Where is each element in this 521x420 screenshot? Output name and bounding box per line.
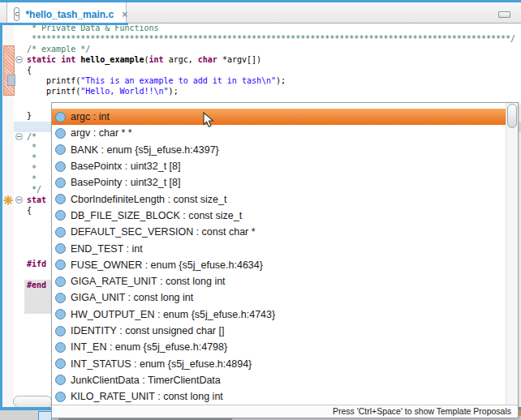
proposal-item[interactable]: END_TEST : int [52, 240, 506, 256]
proposal-item[interactable]: argv : char * * [52, 125, 506, 141]
tab-title: *hello_tash_main.c [25, 9, 114, 20]
minimize-view-icon[interactable] [498, 11, 510, 18]
code-line: */ [27, 184, 41, 195]
proposal-label: BasePointy : uint32_t [8] [71, 177, 181, 188]
mouse-cursor [203, 112, 215, 132]
field-proposal-icon [55, 259, 66, 270]
code-line: * [27, 142, 37, 152]
proposal-item[interactable]: BasePointy : uint32_t [8] [52, 174, 506, 191]
code-line: #ifd [27, 259, 46, 269]
close-icon[interactable]: × [122, 9, 127, 20]
proposal-item[interactable]: GIGA_RATE_UNIT : const long int [52, 273, 506, 289]
code-line: { [27, 205, 32, 216]
lower-panel-button [38, 411, 52, 420]
field-proposal-icon [55, 375, 66, 385]
eclipse-editor-window: c *hello_tash_main.c × [0, 0, 521, 420]
field-proposal-icon [55, 128, 66, 139]
proposal-item[interactable]: argc : int [52, 109, 506, 125]
annotation-ruler [2, 25, 14, 407]
code-line: ****************************************… [27, 33, 515, 44]
proposal-label: BasePointx : uint32_t [8] [71, 161, 181, 172]
horizontal-scrollbar-thumb[interactable] [13, 396, 52, 407]
proposal-item[interactable]: INT_STATUS : enum {s5j_efuse.h:4894} [52, 355, 506, 371]
c-file-icon: c [14, 7, 19, 21]
proposal-label: DB_FILE_SIZE_BLOCK : const size_t [71, 210, 242, 221]
proposal-label: KILO_RATE_UNIT : const long int [71, 391, 223, 402]
proposal-list: argc : int argv : char * * BANK : enum {… [52, 103, 506, 405]
field-proposal-icon [55, 194, 66, 204]
popup-scrollbar[interactable] [506, 103, 518, 405]
proposal-label: GIGA_UNIT : const long int [71, 292, 193, 303]
active-part-left-border [0, 25, 2, 410]
proposal-item[interactable]: BasePointx : uint32_t [8] [52, 158, 506, 174]
field-proposal-icon [55, 342, 66, 353]
proposal-item[interactable]: CborIndefiniteLength : const size_t [52, 191, 506, 207]
proposal-item[interactable]: IDENTITY : const unsigned char [] [52, 323, 506, 339]
proposal-label: HW_OUTPUT_EN : enum {s5j_efuse.h:4743} [71, 309, 275, 320]
code-line: static int hello_example(int argc, char … [27, 54, 261, 65]
field-proposal-icon [55, 276, 66, 287]
field-proposal-icon [55, 112, 66, 122]
field-proposal-icon [55, 227, 66, 238]
proposal-label: END_TEST : int [71, 243, 143, 255]
proposal-item[interactable]: DEFAULT_SEC_VERSION : const char * [52, 224, 506, 240]
code-line: { [27, 65, 32, 75]
code-line: /* example */ [27, 44, 90, 54]
popup-scrollbar-thumb[interactable] [507, 104, 517, 128]
proposal-item[interactable]: FUSE_OWNER : enum {s5j_efuse.h:4634} [52, 257, 506, 273]
code-line: } [27, 110, 32, 121]
proposal-item[interactable]: BANK : enum {s5j_efuse.h:4397} [52, 142, 506, 158]
code-line: printf("This is an example to add it in … [27, 75, 286, 86]
field-proposal-icon [55, 243, 66, 254]
field-proposal-icon [55, 326, 66, 336]
proposal-label: INT_EN : enum {s5j_efuse.h:4798} [71, 341, 227, 353]
occurrence-marker [7, 75, 15, 86]
field-proposal-icon [55, 178, 66, 188]
change-marker [3, 45, 15, 96]
proposal-label: FUSE_OWNER : enum {s5j_efuse.h:4634} [71, 259, 263, 271]
code-line: printf("Hello, World!!\n"); [27, 86, 179, 96]
field-proposal-icon [55, 293, 66, 303]
proposal-item[interactable]: INT_EN : enum {s5j_efuse.h:4798} [52, 339, 506, 355]
proposal-label: argv : char * * [71, 127, 132, 139]
proposal-label: JunkClientData : TimerClientData [71, 375, 221, 386]
field-proposal-icon [55, 161, 66, 172]
code-line: stat [27, 195, 46, 205]
field-proposal-icon [55, 309, 66, 319]
proposal-label: GIGA_RATE_UNIT : const long int [71, 276, 226, 287]
proposal-item[interactable]: JunkClientData : TimerClientData [52, 372, 506, 388]
code-line: /* [27, 131, 37, 142]
code-line: * [27, 163, 37, 174]
code-line: * [27, 152, 37, 163]
field-proposal-icon [55, 210, 66, 221]
field-proposal-icon [55, 392, 66, 402]
proposal-label: DEFAULT_SEC_VERSION : const char * [71, 226, 256, 238]
code-line: * Private Data & Functions [27, 25, 159, 33]
fold-collapse-icon[interactable] [15, 196, 23, 204]
code-line: #end [27, 280, 46, 290]
field-proposal-icon [55, 144, 66, 155]
proposal-label: INT_STATUS : enum {s5j_efuse.h:4894} [71, 358, 252, 370]
proposal-item[interactable]: GIGA_UNIT : const long int [52, 289, 506, 306]
proposal-item[interactable]: HW_OUTPUT_EN : enum {s5j_efuse.h:4743} [52, 306, 506, 323]
fold-collapse-icon[interactable] [15, 56, 23, 63]
editor-tab-bar: c *hello_tash_main.c × [0, 2, 521, 24]
proposal-label: IDENTITY : const unsigned char [] [71, 325, 224, 336]
proposal-item[interactable]: KILO_RATE_UNIT : const long int [52, 388, 506, 405]
proposal-label: argc : int [71, 111, 110, 122]
popup-footer-hint: Press 'Ctrl+Space' to show Template Prop… [52, 405, 518, 418]
fold-collapse-icon[interactable] [15, 133, 23, 140]
field-proposal-icon [55, 358, 66, 369]
warning-marker-icon[interactable] [3, 194, 13, 204]
proposal-label: BANK : enum {s5j_efuse.h:4397} [71, 144, 219, 156]
proposal-label: CborIndefiniteLength : const size_t [71, 194, 226, 205]
proposal-item[interactable]: DB_FILE_SIZE_BLOCK : const size_t [52, 208, 506, 224]
code-line: * [27, 174, 37, 184]
content-assist-popup: argc : int argv : char * * BANK : enum {… [51, 102, 519, 418]
